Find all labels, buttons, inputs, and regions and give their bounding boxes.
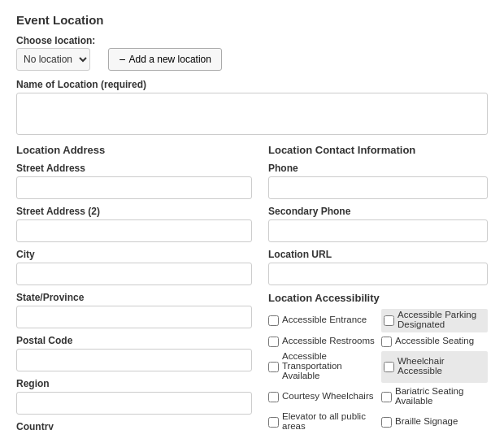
postal-code-label: Postal Code [16,335,252,346]
accessibility-checkbox-item: Braille Signage [381,411,488,430]
checkbox-label-cb8: Bariatric Seating Available [395,386,488,406]
checkbox-label-cb5: Accessible Transportation Available [282,351,375,380]
phone-input[interactable] [268,176,488,199]
postal-code-input[interactable] [16,349,252,371]
checkbox-label-cb3: Accessible Restrooms [282,336,375,345]
accessibility-title: Location Accessibility [268,292,488,304]
checkbox-cb9[interactable] [268,417,279,428]
state-label: State/Province [16,292,252,303]
street-address2-input[interactable] [16,219,252,242]
name-of-location-label: Name of Location (required) [16,79,488,90]
location-url-input[interactable] [268,263,488,285]
location-url-label: Location URL [268,249,488,260]
secondary-phone-label: Secondary Phone [268,206,488,217]
checkbox-cb5[interactable] [268,362,279,372]
checkbox-cb8[interactable] [381,392,392,402]
checkbox-label-cb10: Braille Signage [395,416,458,426]
address-section-title: Location Address [16,144,252,156]
street-address-input[interactable] [16,176,252,199]
checkbox-cb2[interactable] [384,315,394,326]
secondary-phone-input[interactable] [268,219,488,242]
checkbox-cb10[interactable] [381,417,392,428]
city-label: City [16,249,252,260]
checkbox-cb4[interactable] [381,337,392,347]
country-label: Country [16,421,252,430]
city-input[interactable] [16,263,252,285]
region-input[interactable] [16,392,252,415]
checkbox-label-cb2: Accessible Parking Designated [398,310,485,329]
accessibility-checkbox-item: Accessible Restrooms [268,336,375,348]
checkbox-cb1[interactable] [268,315,279,326]
state-input[interactable] [16,306,252,328]
street-address2-label: Street Address (2) [16,206,252,217]
name-of-location-input[interactable] [16,93,488,135]
choose-location-label: Choose location: [16,35,95,46]
checkbox-cb3[interactable] [268,337,279,347]
accessibility-checkbox-item: Courtesy Wheelchairs [268,386,375,408]
checkbox-cb6[interactable] [384,362,394,372]
choose-location-select[interactable]: No location [16,48,90,71]
checkbox-cb7[interactable] [268,392,279,402]
accessibility-checkbox-item: Accessible Parking Designated [381,309,488,332]
checkbox-label-cb7: Courtesy Wheelchairs [282,391,373,401]
accessibility-checkbox-item: Accessible Transportation Available [268,351,375,383]
checkbox-label-cb6: Wheelchair Accessible [398,356,485,376]
region-label: Region [16,378,252,389]
checkbox-label-cb1: Accessible Entrance [282,315,367,324]
phone-label: Phone [268,163,488,174]
accessibility-checkbox-item: Accessible Entrance [268,309,375,332]
add-location-label: Add a new location [129,54,211,65]
event-location-title: Event Location [16,13,488,27]
checkbox-label-cb9: Elevator to all public areas [282,411,375,430]
accessibility-checkbox-item: Bariatric Seating Available [381,386,488,408]
plus-icon: − [119,53,125,66]
add-location-button[interactable]: − Add a new location [108,48,222,71]
contact-section-title: Location Contact Information [268,144,488,156]
street-address-label: Street Address [16,163,252,174]
checkbox-label-cb4: Accessible Seating [395,336,474,345]
accessibility-checkbox-item: Accessible Seating [381,336,488,348]
accessibility-checkbox-item: Wheelchair Accessible [381,351,488,383]
accessibility-checkbox-item: Elevator to all public areas [268,411,375,430]
